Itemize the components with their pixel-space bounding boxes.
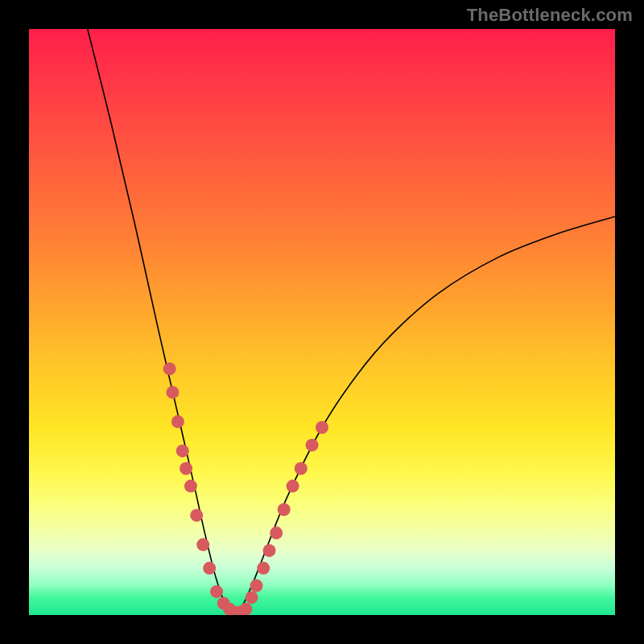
highlight-dot	[270, 526, 283, 539]
highlight-dot	[190, 509, 203, 522]
highlight-dot	[278, 503, 291, 516]
highlight-dot	[263, 544, 276, 557]
highlight-dot	[196, 539, 209, 551]
highlight-dot	[210, 585, 223, 598]
highlight-dot	[306, 439, 319, 452]
highlight-dot	[246, 591, 258, 604]
highlight-dot	[171, 415, 184, 428]
highlight-dot	[316, 421, 328, 434]
chart-frame: TheBottleneck.com	[0, 0, 644, 644]
highlight-dot	[203, 562, 216, 575]
watermark-text: TheBottleneck.com	[467, 5, 633, 26]
highlight-dot	[295, 462, 308, 475]
highlight-dot	[257, 562, 270, 575]
highlight-dot	[163, 362, 176, 375]
bottleneck-curve	[88, 29, 615, 613]
highlight-dot	[239, 603, 252, 615]
highlight-dot	[250, 580, 263, 592]
chart-svg	[29, 29, 615, 615]
highlight-dot	[180, 462, 192, 475]
highlight-dot	[287, 480, 299, 493]
plot-area	[29, 29, 615, 615]
highlight-dots-group	[163, 362, 328, 615]
highlight-dot	[166, 386, 179, 398]
highlight-dot	[176, 444, 189, 457]
highlight-dot	[184, 480, 197, 493]
